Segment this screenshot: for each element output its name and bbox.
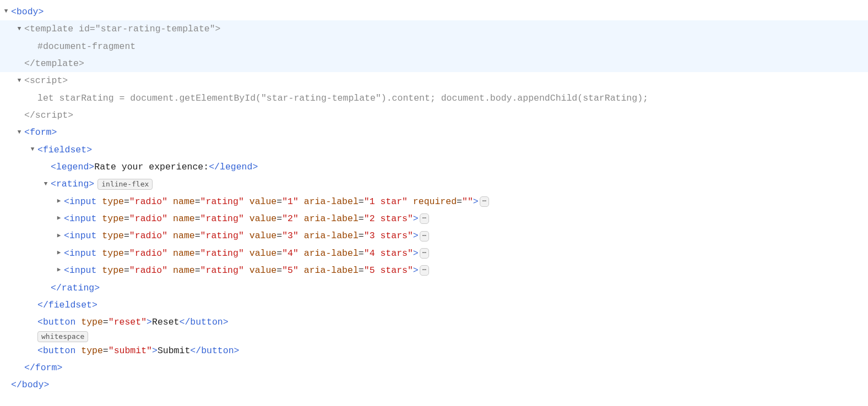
node-input-4[interactable]: ▶ <input type="radio" name="rating" valu… [0, 245, 868, 262]
node-input-3[interactable]: ▶ <input type="radio" name="rating" valu… [0, 227, 868, 244]
collapse-arrow-icon[interactable]: ▶ [55, 195, 63, 207]
expand-arrow-icon[interactable]: ▼ [15, 127, 23, 138]
node-fieldset-close[interactable]: </fieldset> [0, 297, 868, 314]
node-whitespace[interactable]: whitespace [0, 331, 868, 342]
node-rating-close[interactable]: </rating> [0, 279, 868, 297]
node-rating-open[interactable]: ▼ <rating> inline-flex [0, 175, 868, 193]
node-script-content[interactable]: let starRating = document.getElementById… [0, 90, 868, 107]
expand-arrow-icon[interactable]: ▼ [42, 178, 50, 190]
ellipsis-expand-icon[interactable]: ⋯ [480, 196, 490, 207]
node-fieldset-open[interactable]: ▼ <fieldset> [0, 141, 868, 158]
collapse-arrow-icon[interactable]: ▶ [55, 264, 63, 276]
dom-tree: ▼ <body> ▼ <template id="star-rating-tem… [0, 0, 868, 394]
expand-arrow-icon[interactable]: ▼ [15, 75, 23, 86]
node-input-5[interactable]: ▶ <input type="radio" name="rating" valu… [0, 262, 868, 279]
node-form-close[interactable]: </form> [0, 359, 868, 376]
node-template-close[interactable]: </template> [0, 55, 868, 72]
collapse-arrow-icon[interactable]: ▶ [55, 212, 63, 224]
node-legend[interactable]: <legend>Rate your experience:</legend> [0, 158, 868, 175]
node-script-close[interactable]: </script> [0, 107, 868, 124]
node-input-1[interactable]: ▶ <input type="radio" name="rating" valu… [0, 193, 868, 210]
ellipsis-expand-icon[interactable]: ⋯ [420, 265, 430, 276]
collapse-arrow-icon[interactable]: ▶ [55, 247, 63, 259]
node-document-fragment[interactable]: #document-fragment [0, 38, 868, 55]
expand-arrow-icon[interactable]: ▼ [15, 23, 23, 35]
expand-arrow-icon[interactable]: ▼ [2, 6, 10, 17]
expand-arrow-icon[interactable]: ▼ [29, 144, 36, 155]
whitespace-badge[interactable]: whitespace [37, 331, 88, 342]
node-form-open[interactable]: ▼ <form> [0, 124, 868, 141]
ellipsis-expand-icon[interactable]: ⋯ [420, 248, 430, 259]
node-button-reset[interactable]: <button type="reset">Reset</button> [0, 314, 868, 331]
ellipsis-expand-icon[interactable]: ⋯ [420, 231, 430, 242]
node-body-open[interactable]: ▼ <body> [0, 3, 868, 20]
node-script-open[interactable]: ▼ <script> [0, 72, 868, 89]
node-input-2[interactable]: ▶ <input type="radio" name="rating" valu… [0, 210, 868, 227]
node-button-submit[interactable]: <button type="submit">Submit</button> [0, 342, 868, 359]
node-template-open[interactable]: ▼ <template id="star-rating-template"> [0, 20, 868, 37]
layout-badge-inline-flex[interactable]: inline-flex [97, 179, 153, 190]
node-body-close[interactable]: </body> [0, 376, 868, 393]
ellipsis-expand-icon[interactable]: ⋯ [420, 213, 430, 224]
collapse-arrow-icon[interactable]: ▶ [55, 230, 63, 242]
